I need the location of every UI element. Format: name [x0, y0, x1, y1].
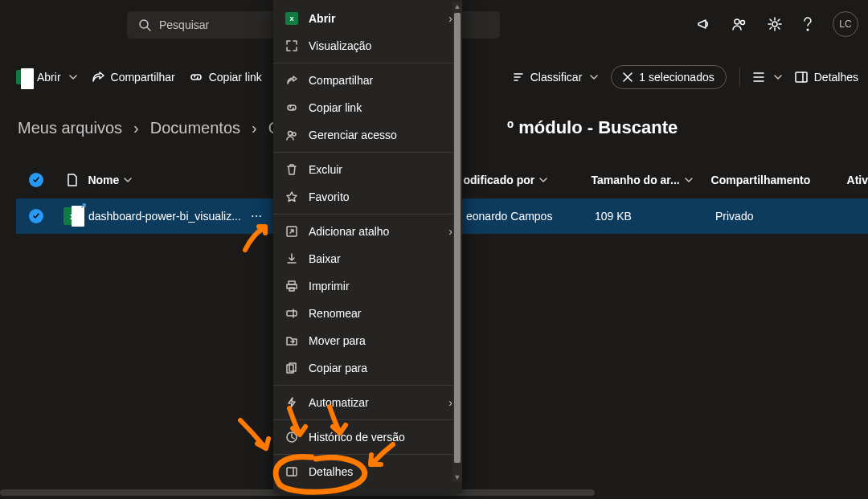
- menu-scrollbar[interactable]: ▲ ▼: [452, 2, 462, 482]
- menu-manage-access[interactable]: Gerenciar acesso: [273, 121, 462, 149]
- search-placeholder: Pesquisar: [159, 18, 209, 31]
- col-size-label: Tamanho do ar...: [592, 174, 680, 186]
- svg-point-4: [772, 22, 777, 27]
- col-sharing[interactable]: Compartilhamento: [711, 174, 847, 186]
- open-button[interactable]: x Abrir: [16, 70, 77, 84]
- bolt-icon: [285, 397, 299, 408]
- annotation-arrow: [236, 416, 276, 459]
- col-size[interactable]: Tamanho do ar...: [592, 174, 711, 186]
- menu-delete[interactable]: Excluir: [273, 156, 462, 183]
- sort-button[interactable]: Classificar: [513, 71, 599, 84]
- menu-preview[interactable]: Visualização: [273, 32, 462, 59]
- copy-link-label: Copiar link: [209, 71, 262, 84]
- open-label: Abrir: [37, 71, 61, 84]
- chevron-down-icon: [774, 73, 782, 81]
- copy-link-button[interactable]: Copiar link: [190, 71, 262, 84]
- moveto-icon: [285, 335, 299, 346]
- chevron-down-icon: [124, 176, 132, 184]
- megaphone-icon[interactable]: [697, 17, 711, 31]
- menu-label: Gerenciar acesso: [309, 129, 397, 141]
- scroll-thumb[interactable]: [454, 13, 461, 463]
- details-pane-button[interactable]: Detalhes: [795, 71, 858, 84]
- menu-details[interactable]: Detalhes: [273, 458, 462, 485]
- chevron-right-icon: ›: [252, 119, 257, 137]
- menu-open[interactable]: x Abrir ›: [273, 5, 462, 32]
- menu-label: Adicionar atalho: [309, 225, 389, 238]
- share-icon: [92, 71, 104, 84]
- menu-print[interactable]: Imprimir: [273, 272, 462, 300]
- people-icon: [285, 129, 299, 141]
- menu-label: Renomear: [309, 307, 361, 320]
- menu-label: Abrir: [309, 12, 335, 25]
- file-icon: [67, 174, 78, 186]
- menu-label: Histórico de versão: [309, 431, 405, 444]
- col-modified-by-label: odificado por: [464, 174, 535, 186]
- avatar[interactable]: LC: [833, 11, 858, 37]
- chevron-down-icon: [685, 176, 693, 184]
- gear-icon[interactable]: [768, 17, 782, 31]
- svg-point-5: [807, 29, 809, 31]
- crumb-item[interactable]: Documentos: [150, 119, 240, 137]
- history-icon: [285, 432, 299, 443]
- menu-separator: [273, 152, 462, 153]
- link-icon: [285, 102, 299, 113]
- menu-version-history[interactable]: Histórico de versão: [273, 423, 462, 451]
- menu-move-to[interactable]: Mover para: [273, 327, 462, 354]
- menu-rename[interactable]: Renomear: [273, 300, 462, 327]
- star-icon: [285, 191, 299, 202]
- select-all[interactable]: [16, 173, 56, 187]
- col-name-label: Nome: [88, 174, 119, 186]
- row-sharing: Privado: [715, 210, 852, 223]
- col-modified-by[interactable]: odificado por: [464, 174, 592, 186]
- svg-rect-14: [287, 311, 297, 316]
- share-label: Compartilhar: [111, 71, 175, 84]
- menu-separator: [273, 385, 462, 386]
- selection-label: 1 selecionados: [639, 71, 714, 84]
- download-icon: [285, 253, 299, 264]
- menu-label: Favorito: [309, 190, 350, 203]
- row-select[interactable]: [16, 209, 56, 223]
- chevron-down-icon: [69, 73, 77, 81]
- print-icon: [285, 280, 299, 292]
- menu-label: Visualização: [309, 39, 371, 52]
- divider: [739, 67, 740, 87]
- row-file-icon: x: [56, 207, 88, 225]
- people-icon[interactable]: [732, 17, 747, 31]
- scroll-up-arrow[interactable]: ▲: [452, 2, 462, 11]
- menu-copy-to[interactable]: Copiar para: [273, 354, 462, 382]
- menu-label: Compartilhar: [309, 74, 373, 87]
- help-icon[interactable]: [803, 17, 812, 31]
- crumb-item[interactable]: Meus arquivos: [18, 119, 122, 137]
- close-icon[interactable]: [623, 72, 633, 82]
- menu-add-shortcut[interactable]: Adicionar atalho ›: [273, 218, 462, 245]
- check-icon: [29, 173, 43, 187]
- svg-rect-19: [287, 468, 297, 476]
- crumb-current: º módulo - Buscante: [507, 117, 678, 138]
- sort-label: Classificar: [530, 71, 583, 84]
- selection-chip[interactable]: 1 selecionados: [611, 65, 726, 89]
- share-button[interactable]: Compartilhar: [92, 71, 175, 84]
- excel-icon: x: [16, 70, 31, 84]
- col-activity[interactable]: Ativ: [847, 174, 868, 186]
- menu-favorite[interactable]: Favorito: [273, 183, 462, 211]
- row-modified-by: eonardo Campos: [466, 210, 595, 223]
- sort-icon: [513, 72, 524, 83]
- menu-label: Automatizar: [309, 396, 369, 409]
- svg-point-3: [741, 21, 745, 25]
- view-switch-button[interactable]: [753, 72, 782, 83]
- scroll-down-arrow[interactable]: ▼: [452, 472, 462, 482]
- menu-label: Baixar: [309, 252, 341, 265]
- menu-download[interactable]: Baixar: [273, 245, 462, 272]
- menu-copylink[interactable]: Copiar link: [273, 94, 462, 121]
- share-icon: [285, 75, 299, 86]
- menu-automate[interactable]: Automatizar ›: [273, 389, 462, 416]
- search-icon: [138, 18, 151, 31]
- menu-separator: [273, 454, 462, 455]
- excel-icon: x: [63, 207, 81, 225]
- context-menu: x Abrir › Visualização Compartilhar Copi…: [273, 0, 462, 493]
- chevron-down-icon: [539, 176, 547, 184]
- col-activity-label: Ativ: [847, 174, 868, 186]
- menu-share[interactable]: Compartilhar: [273, 67, 462, 94]
- svg-point-9: [293, 133, 296, 136]
- row-actions-icon[interactable]: ⋯: [251, 210, 264, 223]
